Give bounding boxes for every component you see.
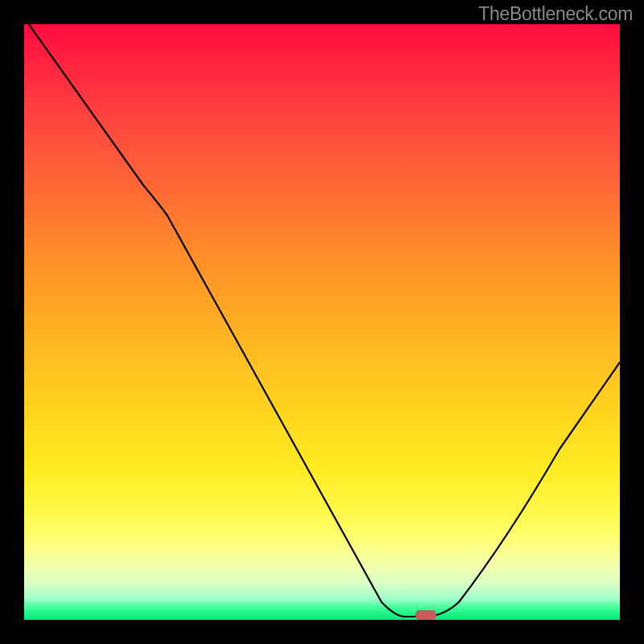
chart-gradient-background: [24, 24, 620, 620]
bottleneck-marker: [415, 610, 436, 620]
chart-plot-area: [24, 24, 620, 620]
watermark-text: TheBottleneck.com: [478, 3, 633, 25]
